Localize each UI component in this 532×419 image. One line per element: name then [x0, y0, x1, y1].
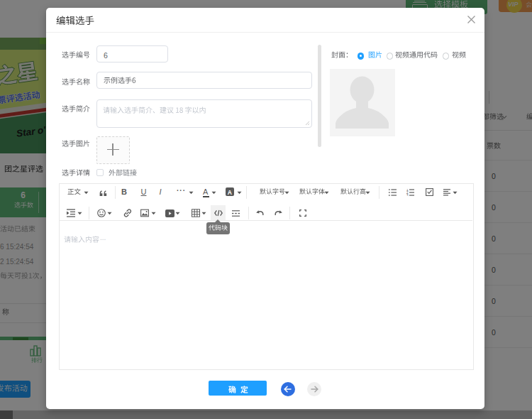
svg-text:3: 3 [406, 194, 409, 196]
